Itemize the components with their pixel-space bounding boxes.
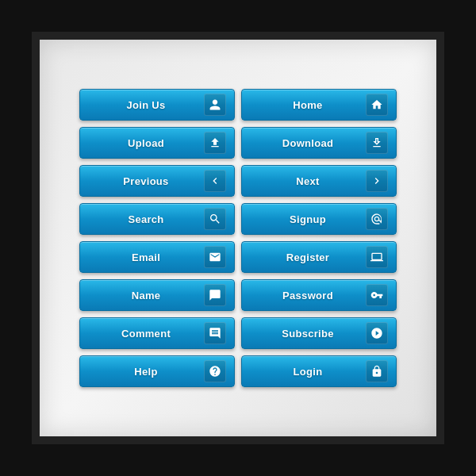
btn-label-password: Password	[250, 290, 366, 301]
btn-comment[interactable]: Comment	[79, 317, 235, 349]
btn-download[interactable]: Download	[241, 127, 397, 159]
comment-icon	[204, 322, 226, 344]
btn-label-previous: Previous	[88, 175, 204, 187]
btn-label-signup: Signup	[250, 213, 366, 225]
main-frame: Join UsHomeUploadDownloadPreviousNextSea…	[32, 32, 444, 444]
btn-home[interactable]: Home	[241, 89, 397, 121]
btn-label-register: Register	[250, 251, 366, 263]
btn-subscribe[interactable]: Subscribe	[241, 317, 397, 349]
subscribe-icon	[366, 322, 388, 344]
btn-label-email: Email	[88, 251, 204, 263]
btn-help[interactable]: Help	[79, 355, 235, 387]
button-grid: Join UsHomeUploadDownloadPreviousNextSea…	[79, 89, 397, 387]
btn-search[interactable]: Search	[79, 203, 235, 235]
chat-icon	[204, 284, 226, 306]
btn-register[interactable]: Register	[241, 241, 397, 273]
btn-join-us[interactable]: Join Us	[79, 89, 235, 121]
at-icon	[366, 208, 388, 230]
btn-label-search: Search	[88, 213, 204, 225]
btn-label-join-us: Join Us	[88, 99, 204, 111]
btn-name[interactable]: Name	[79, 279, 235, 311]
key-icon	[366, 284, 388, 306]
download-icon	[366, 132, 388, 154]
btn-upload[interactable]: Upload	[79, 127, 235, 159]
btn-password[interactable]: Password	[241, 279, 397, 311]
search-icon	[204, 208, 226, 230]
btn-previous[interactable]: Previous	[79, 165, 235, 197]
btn-next[interactable]: Next	[241, 165, 397, 197]
upload-icon	[204, 132, 226, 154]
btn-label-next: Next	[250, 175, 366, 187]
email-icon	[204, 246, 226, 268]
btn-label-home: Home	[250, 99, 366, 111]
btn-label-name: Name	[88, 290, 204, 301]
question-icon	[204, 360, 226, 382]
btn-signup[interactable]: Signup	[241, 203, 397, 235]
person-icon	[204, 94, 226, 116]
chevron-left-icon	[204, 170, 226, 192]
chevron-right-icon	[366, 170, 388, 192]
btn-login[interactable]: Login	[241, 355, 397, 387]
btn-label-login: Login	[250, 366, 366, 378]
btn-label-comment: Comment	[88, 328, 204, 340]
btn-label-upload: Upload	[88, 137, 204, 149]
btn-label-help: Help	[88, 366, 204, 378]
laptop-icon	[366, 246, 388, 268]
home-icon	[366, 94, 388, 116]
btn-label-subscribe: Subscribe	[250, 328, 366, 340]
btn-email[interactable]: Email	[79, 241, 235, 273]
lock-icon	[366, 360, 388, 382]
btn-label-download: Download	[250, 137, 366, 149]
